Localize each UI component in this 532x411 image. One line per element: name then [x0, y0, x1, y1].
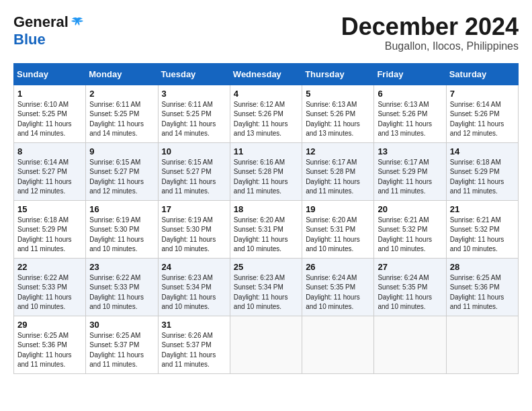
day-info: Sunrise: 6:16 AMSunset: 5:28 PMDaylight:… — [234, 158, 298, 197]
day-info: Sunrise: 6:24 AMSunset: 5:35 PMDaylight:… — [378, 273, 442, 312]
calendar-day-cell: 21Sunrise: 6:21 AMSunset: 5:32 PMDayligh… — [446, 200, 518, 258]
day-info: Sunrise: 6:26 AMSunset: 5:37 PMDaylight:… — [162, 331, 226, 370]
day-info: Sunrise: 6:21 AMSunset: 5:32 PMDaylight:… — [450, 216, 515, 255]
day-info: Sunrise: 6:11 AMSunset: 5:25 PMDaylight:… — [162, 100, 226, 139]
calendar-day-cell: 31Sunrise: 6:26 AMSunset: 5:37 PMDayligh… — [158, 316, 230, 373]
location-text: Bugallon, Ilocos, Philippines — [341, 40, 519, 52]
calendar-day-cell: 19Sunrise: 6:20 AMSunset: 5:31 PMDayligh… — [302, 200, 374, 258]
calendar-day-cell: 18Sunrise: 6:20 AMSunset: 5:31 PMDayligh… — [230, 200, 302, 258]
day-number: 21 — [450, 204, 515, 214]
day-number: 7 — [450, 89, 515, 99]
day-info: Sunrise: 6:22 AMSunset: 5:33 PMDaylight:… — [17, 273, 82, 312]
calendar-day-header: Monday — [86, 63, 158, 85]
calendar-day-cell: 8Sunrise: 6:14 AMSunset: 5:27 PMDaylight… — [14, 142, 86, 200]
day-info: Sunrise: 6:10 AMSunset: 5:25 PMDaylight:… — [17, 100, 82, 139]
month-title: December 2024 — [341, 13, 519, 40]
day-number: 26 — [306, 262, 370, 272]
day-number: 15 — [17, 204, 82, 214]
calendar-day-cell: 11Sunrise: 6:16 AMSunset: 5:28 PMDayligh… — [230, 142, 302, 200]
day-number: 9 — [89, 146, 154, 156]
day-info: Sunrise: 6:15 AMSunset: 5:27 PMDaylight:… — [89, 158, 154, 197]
calendar-day-cell: 16Sunrise: 6:19 AMSunset: 5:30 PMDayligh… — [86, 200, 158, 258]
calendar-table: SundayMondayTuesdayWednesdayThursdayFrid… — [13, 63, 519, 374]
day-number: 28 — [450, 262, 515, 272]
day-info: Sunrise: 6:24 AMSunset: 5:35 PMDaylight:… — [306, 273, 370, 312]
day-info: Sunrise: 6:15 AMSunset: 5:27 PMDaylight:… — [162, 158, 226, 197]
day-info: Sunrise: 6:13 AMSunset: 5:26 PMDaylight:… — [378, 100, 442, 139]
day-number: 22 — [17, 262, 82, 272]
logo: General Blue — [13, 13, 84, 48]
day-info: Sunrise: 6:23 AMSunset: 5:34 PMDaylight:… — [234, 273, 298, 312]
calendar-day-cell: 28Sunrise: 6:25 AMSunset: 5:36 PMDayligh… — [446, 258, 518, 316]
day-info: Sunrise: 6:25 AMSunset: 5:36 PMDaylight:… — [450, 273, 515, 312]
calendar-day-cell: 1Sunrise: 6:10 AMSunset: 5:25 PMDaylight… — [14, 85, 86, 142]
logo-general-text: General — [13, 13, 69, 31]
logo-bird-icon — [71, 17, 84, 28]
calendar-day-cell: 3Sunrise: 6:11 AMSunset: 5:25 PMDaylight… — [158, 85, 230, 142]
calendar-day-cell: 30Sunrise: 6:25 AMSunset: 5:37 PMDayligh… — [86, 316, 158, 373]
day-info: Sunrise: 6:25 AMSunset: 5:36 PMDaylight:… — [17, 331, 82, 370]
day-info: Sunrise: 6:14 AMSunset: 5:26 PMDaylight:… — [450, 100, 515, 139]
logo-blue-text: Blue — [13, 31, 46, 48]
calendar-week-row: 22Sunrise: 6:22 AMSunset: 5:33 PMDayligh… — [14, 258, 519, 316]
day-info: Sunrise: 6:18 AMSunset: 5:29 PMDaylight:… — [450, 158, 515, 197]
day-number: 11 — [234, 146, 298, 156]
day-number: 24 — [162, 262, 226, 272]
day-number: 31 — [162, 320, 226, 330]
calendar-header: SundayMondayTuesdayWednesdayThursdayFrid… — [14, 63, 519, 85]
calendar-week-row: 29Sunrise: 6:25 AMSunset: 5:36 PMDayligh… — [14, 316, 519, 373]
calendar-day-cell: 26Sunrise: 6:24 AMSunset: 5:35 PMDayligh… — [302, 258, 374, 316]
day-number: 8 — [17, 146, 82, 156]
day-info: Sunrise: 6:17 AMSunset: 5:29 PMDaylight:… — [378, 158, 442, 197]
calendar-week-row: 15Sunrise: 6:18 AMSunset: 5:29 PMDayligh… — [14, 200, 519, 258]
calendar-day-header: Friday — [374, 63, 446, 85]
day-info: Sunrise: 6:23 AMSunset: 5:34 PMDaylight:… — [162, 273, 226, 312]
day-number: 17 — [162, 204, 226, 214]
day-number: 18 — [234, 204, 298, 214]
calendar-day-cell: 12Sunrise: 6:17 AMSunset: 5:28 PMDayligh… — [302, 142, 374, 200]
day-info: Sunrise: 6:22 AMSunset: 5:33 PMDaylight:… — [89, 273, 154, 312]
calendar-day-cell: 29Sunrise: 6:25 AMSunset: 5:36 PMDayligh… — [14, 316, 86, 373]
calendar-day-cell — [302, 316, 374, 373]
day-number: 12 — [306, 146, 370, 156]
calendar-day-cell: 7Sunrise: 6:14 AMSunset: 5:26 PMDaylight… — [446, 85, 518, 142]
day-info: Sunrise: 6:17 AMSunset: 5:28 PMDaylight:… — [306, 158, 370, 197]
calendar-day-cell: 24Sunrise: 6:23 AMSunset: 5:34 PMDayligh… — [158, 258, 230, 316]
day-info: Sunrise: 6:14 AMSunset: 5:27 PMDaylight:… — [17, 158, 82, 197]
calendar-day-cell: 13Sunrise: 6:17 AMSunset: 5:29 PMDayligh… — [374, 142, 446, 200]
day-number: 1 — [17, 89, 82, 99]
day-number: 16 — [89, 204, 154, 214]
day-number: 25 — [234, 262, 298, 272]
day-number: 14 — [450, 146, 515, 156]
calendar-day-cell: 27Sunrise: 6:24 AMSunset: 5:35 PMDayligh… — [374, 258, 446, 316]
calendar-week-row: 8Sunrise: 6:14 AMSunset: 5:27 PMDaylight… — [14, 142, 519, 200]
day-number: 4 — [234, 89, 298, 99]
calendar-day-cell: 2Sunrise: 6:11 AMSunset: 5:25 PMDaylight… — [86, 85, 158, 142]
day-number: 10 — [162, 146, 226, 156]
day-info: Sunrise: 6:13 AMSunset: 5:26 PMDaylight:… — [306, 100, 370, 139]
calendar-header-row: SundayMondayTuesdayWednesdayThursdayFrid… — [14, 63, 519, 85]
calendar-day-cell: 20Sunrise: 6:21 AMSunset: 5:32 PMDayligh… — [374, 200, 446, 258]
day-number: 29 — [17, 320, 82, 330]
day-number: 19 — [306, 204, 370, 214]
day-number: 23 — [89, 262, 154, 272]
day-info: Sunrise: 6:19 AMSunset: 5:30 PMDaylight:… — [162, 216, 226, 255]
day-info: Sunrise: 6:25 AMSunset: 5:37 PMDaylight:… — [89, 331, 154, 370]
calendar-day-cell: 17Sunrise: 6:19 AMSunset: 5:30 PMDayligh… — [158, 200, 230, 258]
calendar-day-header: Sunday — [14, 63, 86, 85]
day-info: Sunrise: 6:20 AMSunset: 5:31 PMDaylight:… — [234, 216, 298, 255]
calendar-body: 1Sunrise: 6:10 AMSunset: 5:25 PMDaylight… — [14, 85, 519, 373]
calendar-day-header: Saturday — [446, 63, 518, 85]
calendar-day-cell: 10Sunrise: 6:15 AMSunset: 5:27 PMDayligh… — [158, 142, 230, 200]
day-info: Sunrise: 6:20 AMSunset: 5:31 PMDaylight:… — [306, 216, 370, 255]
calendar-day-cell: 4Sunrise: 6:12 AMSunset: 5:26 PMDaylight… — [230, 85, 302, 142]
day-number: 6 — [378, 89, 442, 99]
day-number: 5 — [306, 89, 370, 99]
calendar-day-cell: 25Sunrise: 6:23 AMSunset: 5:34 PMDayligh… — [230, 258, 302, 316]
calendar-day-cell — [374, 316, 446, 373]
calendar-day-header: Wednesday — [230, 63, 302, 85]
calendar-day-cell: 22Sunrise: 6:22 AMSunset: 5:33 PMDayligh… — [14, 258, 86, 316]
day-info: Sunrise: 6:12 AMSunset: 5:26 PMDaylight:… — [234, 100, 298, 139]
day-number: 2 — [89, 89, 154, 99]
day-number: 13 — [378, 146, 442, 156]
